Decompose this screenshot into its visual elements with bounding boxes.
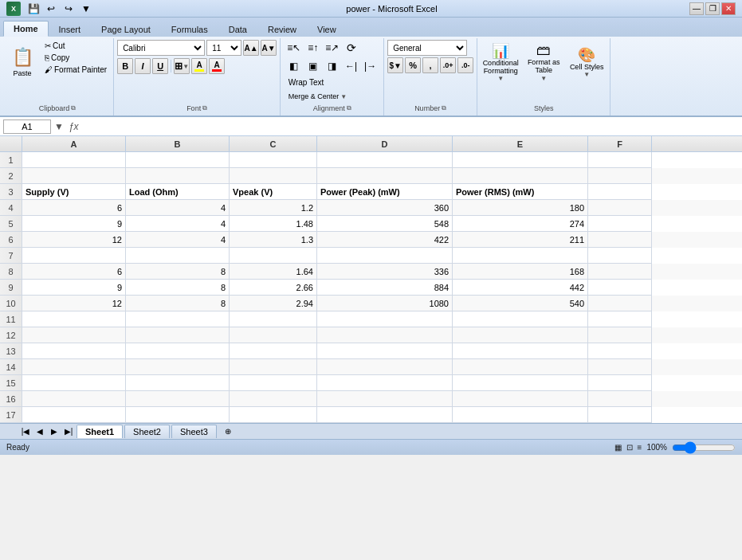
cut-button[interactable]: ✂ Cut xyxy=(41,40,110,52)
view-layout-btn[interactable]: ⊡ xyxy=(626,443,633,452)
grid-cell[interactable] xyxy=(588,280,652,296)
grid-cell[interactable]: Power (RMS) (mW) xyxy=(453,184,588,200)
grid-cell[interactable]: 6 xyxy=(22,200,126,216)
grid-cell[interactable] xyxy=(317,407,453,423)
grid-cell[interactable] xyxy=(22,152,126,168)
align-center-btn[interactable]: ▣ xyxy=(304,58,322,74)
grid-cell[interactable] xyxy=(588,264,652,280)
format-as-table-button[interactable]: 🗃 Format as Table ▼ xyxy=(524,40,563,84)
italic-button[interactable]: I xyxy=(135,58,151,74)
grid-cell[interactable] xyxy=(453,152,588,168)
grid-cell[interactable] xyxy=(317,359,453,375)
tab-insert[interactable]: Insert xyxy=(49,22,92,37)
font-expand-icon[interactable]: ⧉ xyxy=(202,104,207,112)
format-painter-button[interactable]: 🖌 Format Painter xyxy=(41,64,110,76)
conditional-formatting-button[interactable]: 📊 Conditional Formatting ▼ xyxy=(481,40,520,84)
grid-cell[interactable]: 8 xyxy=(126,264,230,280)
zoom-slider[interactable] xyxy=(672,443,736,452)
sheet-tab-3[interactable]: Sheet3 xyxy=(171,425,217,438)
row-number[interactable]: 12 xyxy=(0,327,22,343)
grid-cell[interactable]: 4 xyxy=(126,200,230,216)
grid-cell[interactable] xyxy=(588,152,652,168)
grid-cell[interactable] xyxy=(22,343,126,359)
alignment-expand-icon[interactable]: ⧉ xyxy=(347,104,351,112)
grid-cell[interactable] xyxy=(317,327,453,343)
customize-quick-btn[interactable]: ▼ xyxy=(78,2,94,16)
grow-font-button[interactable]: A▲ xyxy=(243,40,259,56)
row-number[interactable]: 17 xyxy=(0,407,22,423)
font-size-select[interactable]: 11 xyxy=(206,40,241,56)
grid-cell[interactable] xyxy=(453,375,588,391)
close-btn[interactable]: ✕ xyxy=(721,2,736,15)
grid-cell[interactable]: 548 xyxy=(317,216,453,232)
grid-cell[interactable]: 1.2 xyxy=(230,200,317,216)
minimize-btn[interactable]: — xyxy=(689,2,704,15)
grid-cell[interactable] xyxy=(588,216,652,232)
row-number[interactable]: 13 xyxy=(0,343,22,359)
grid-cell[interactable]: 2.66 xyxy=(230,280,317,296)
grid-cell[interactable]: 168 xyxy=(453,264,588,280)
row-number[interactable]: 3 xyxy=(0,184,22,200)
grid-cell[interactable]: 4 xyxy=(126,232,230,248)
grid-cell[interactable] xyxy=(317,311,453,327)
grid-cell[interactable] xyxy=(230,343,317,359)
row-number[interactable]: 8 xyxy=(0,264,22,280)
sheet-nav-first[interactable]: |◀ xyxy=(19,425,32,438)
col-header-c[interactable]: C xyxy=(230,136,317,151)
grid-cell[interactable]: 9 xyxy=(22,280,126,296)
grid-cell[interactable] xyxy=(588,327,652,343)
grid-cell[interactable]: 1.3 xyxy=(230,232,317,248)
row-number[interactable]: 16 xyxy=(0,391,22,407)
grid-cell[interactable]: 1.48 xyxy=(230,216,317,232)
grid-cell[interactable] xyxy=(588,391,652,407)
grid-cell[interactable] xyxy=(126,407,230,423)
copy-button[interactable]: ⎘ Copy xyxy=(41,52,110,64)
grid-cell[interactable]: 1080 xyxy=(317,296,453,311)
col-header-f[interactable]: F xyxy=(588,136,652,151)
formula-dropdown-icon[interactable]: ▼ xyxy=(54,121,64,132)
align-top-left-btn[interactable]: ≡↖ xyxy=(285,40,303,56)
grid-cell[interactable] xyxy=(126,343,230,359)
align-right-btn[interactable]: ◨ xyxy=(324,58,341,74)
grid-cell[interactable]: 9 xyxy=(22,216,126,232)
accounting-btn[interactable]: $▼ xyxy=(387,57,403,73)
grid-cell[interactable] xyxy=(588,184,652,200)
function-wizard-icon[interactable]: ƒx xyxy=(69,121,79,132)
sheet-nav-last[interactable]: ▶| xyxy=(62,425,75,438)
grid-cell[interactable]: 12 xyxy=(22,296,126,311)
grid-cell[interactable] xyxy=(126,327,230,343)
grid-cell[interactable] xyxy=(317,343,453,359)
clipboard-expand-icon[interactable]: ⧉ xyxy=(71,104,76,112)
grid-cell[interactable] xyxy=(126,248,230,264)
grid-cell[interactable] xyxy=(126,152,230,168)
grid-cell[interactable] xyxy=(588,296,652,311)
underline-button[interactable]: U xyxy=(152,58,168,74)
grid-cell[interactable] xyxy=(126,168,230,184)
sheet-nav-next[interactable]: ▶ xyxy=(48,425,61,438)
font-color-button[interactable]: A xyxy=(209,58,225,74)
grid-cell[interactable]: 540 xyxy=(453,296,588,311)
tab-review[interactable]: Review xyxy=(257,22,307,37)
grid-cell[interactable] xyxy=(317,391,453,407)
indent-inc-btn[interactable]: |→ xyxy=(362,58,379,74)
grid-cell[interactable] xyxy=(126,359,230,375)
grid-cell[interactable] xyxy=(230,248,317,264)
grid-cell[interactable] xyxy=(22,391,126,407)
row-number[interactable]: 9 xyxy=(0,280,22,296)
grid-cell[interactable] xyxy=(588,311,652,327)
shrink-font-button[interactable]: A▼ xyxy=(261,40,277,56)
grid-cell[interactable]: 12 xyxy=(22,232,126,248)
grid-cell[interactable] xyxy=(588,359,652,375)
bold-button[interactable]: B xyxy=(117,58,133,74)
grid-cell[interactable]: 180 xyxy=(453,200,588,216)
grid-cell[interactable] xyxy=(453,327,588,343)
comma-btn[interactable]: , xyxy=(422,57,438,73)
grid-cell[interactable] xyxy=(22,359,126,375)
decrease-decimal-btn[interactable]: .0- xyxy=(457,57,473,73)
grid-cell[interactable] xyxy=(230,375,317,391)
font-family-select[interactable]: Calibri xyxy=(117,40,205,56)
merge-center-button[interactable]: Merge & Center ▼ xyxy=(285,91,350,102)
grid-cell[interactable] xyxy=(453,311,588,327)
grid-cell[interactable] xyxy=(230,311,317,327)
tab-formulas[interactable]: Formulas xyxy=(161,22,218,37)
